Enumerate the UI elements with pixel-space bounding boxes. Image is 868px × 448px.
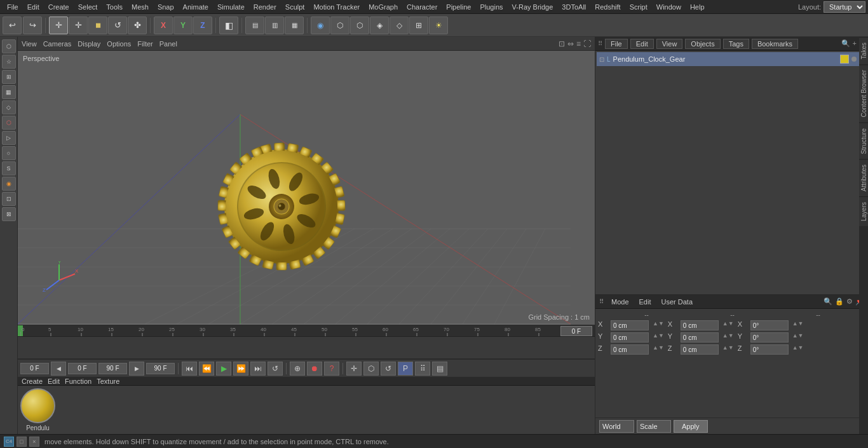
redo-button[interactable]: ↪ bbox=[23, 17, 42, 34]
deformer-button[interactable]: ◇ bbox=[390, 17, 409, 34]
attrs-userdata-tab[interactable]: User Data bbox=[659, 297, 696, 307]
object-visibility-dot1[interactable] bbox=[851, 57, 857, 62]
menu-character[interactable]: Character bbox=[402, 2, 442, 12]
menu-select[interactable]: Select bbox=[74, 2, 102, 12]
sidebar-btn-7[interactable]: ▷ bbox=[2, 131, 16, 145]
x3-arrow[interactable]: ▲▼ bbox=[792, 320, 804, 330]
menu-3dtoall[interactable]: 3DToAll bbox=[557, 2, 590, 12]
menu-file[interactable]: File bbox=[3, 2, 23, 12]
next-arrow-button[interactable]: ▶ bbox=[129, 362, 144, 376]
menu-motion-tracker[interactable]: Motion Tracker bbox=[309, 2, 364, 12]
vp-view-menu[interactable]: View bbox=[22, 40, 37, 48]
menu-vray-bridge[interactable]: V-Ray Bridge bbox=[508, 2, 558, 12]
apply-button[interactable]: Apply bbox=[674, 420, 708, 433]
play-button[interactable]: ▶ bbox=[216, 362, 231, 376]
menu-simulate[interactable]: Simulate bbox=[213, 2, 249, 12]
menu-script[interactable]: Script bbox=[625, 2, 652, 12]
render-timeline-button[interactable]: ▤ bbox=[432, 362, 447, 376]
vp-panel-menu[interactable]: Panel bbox=[159, 40, 177, 48]
prev-arrow-button[interactable]: ◀ bbox=[51, 362, 66, 376]
poly-mode-button[interactable]: ⬡ bbox=[330, 17, 349, 34]
menu-window[interactable]: Window bbox=[652, 2, 686, 12]
sidebar-btn-11[interactable]: ⊡ bbox=[2, 192, 16, 206]
render-region-button[interactable]: ▤ bbox=[245, 17, 264, 34]
status-icon-1[interactable]: C4 bbox=[4, 437, 14, 447]
obj-edit-tab[interactable]: Edit bbox=[630, 39, 654, 49]
timeline-track[interactable] bbox=[18, 337, 595, 359]
mat-function-tab[interactable]: Function bbox=[65, 377, 92, 385]
move-keys-button[interactable]: ✛ bbox=[346, 362, 362, 376]
transform-tool-button[interactable]: ✤ bbox=[128, 17, 147, 34]
menu-pipeline[interactable]: Pipeline bbox=[442, 2, 475, 12]
jump-start-button[interactable]: ⏮ bbox=[182, 362, 197, 376]
rotate-keys-button[interactable]: ↺ bbox=[381, 362, 396, 376]
auto-key-button[interactable]: ? bbox=[324, 362, 339, 376]
undo-button[interactable]: ↩ bbox=[3, 17, 22, 34]
world-select[interactable]: World bbox=[599, 420, 634, 433]
attrs-search-icon[interactable]: 🔍 bbox=[824, 297, 832, 306]
obj-plus-icon[interactable]: + bbox=[853, 39, 857, 48]
mat-create-tab[interactable]: Create bbox=[22, 377, 43, 385]
vp-maximize-icon[interactable]: ⊡ bbox=[559, 39, 565, 48]
menu-mesh[interactable]: Mesh bbox=[127, 2, 153, 12]
sidebar-btn-4[interactable]: ▦ bbox=[2, 85, 16, 99]
menu-render[interactable]: Render bbox=[249, 2, 281, 12]
x2-arrow[interactable]: ▲▼ bbox=[722, 320, 734, 330]
y1-input[interactable] bbox=[611, 332, 649, 343]
menu-redshift[interactable]: Redshift bbox=[590, 2, 625, 12]
vtab-layers[interactable]: Layers bbox=[859, 196, 868, 226]
record-button[interactable]: ⏺ bbox=[307, 362, 322, 376]
attrs-mode-tab[interactable]: Mode bbox=[609, 297, 632, 307]
obj-tags-tab[interactable]: Tags bbox=[723, 39, 749, 49]
z1-input[interactable] bbox=[611, 344, 649, 355]
sidebar-btn-8[interactable]: ○ bbox=[2, 146, 16, 160]
x2-input[interactable] bbox=[681, 320, 719, 330]
object-mode-button[interactable]: ◉ bbox=[311, 17, 330, 34]
sidebar-btn-2[interactable]: ☆ bbox=[2, 55, 16, 69]
axis-y-button[interactable]: Y bbox=[173, 17, 193, 34]
attrs-settings-icon[interactable]: ⚙ bbox=[846, 297, 853, 306]
camera-button[interactable]: ⊞ bbox=[409, 17, 428, 34]
sidebar-btn-12[interactable]: ⊠ bbox=[2, 207, 16, 221]
sidebar-btn-1[interactable]: ⬡ bbox=[2, 39, 16, 53]
y3-input[interactable] bbox=[750, 332, 789, 343]
y2-input[interactable] bbox=[681, 332, 719, 343]
scale-tool-button[interactable]: ◼ bbox=[88, 17, 107, 34]
status-icon-3[interactable]: × bbox=[29, 437, 39, 447]
y3-arrow[interactable]: ▲▼ bbox=[792, 332, 804, 343]
end-frame-input2[interactable] bbox=[98, 363, 127, 374]
vp-filter-menu[interactable]: Filter bbox=[137, 40, 153, 48]
z2-arrow[interactable]: ▲▼ bbox=[722, 344, 734, 355]
vp-cameras-menu[interactable]: Cameras bbox=[43, 40, 72, 48]
end-frame-input1[interactable] bbox=[68, 363, 97, 374]
p-mode-button[interactable]: P bbox=[398, 362, 413, 376]
obj-view-tab[interactable]: View bbox=[656, 39, 683, 49]
vp-arrows-icon[interactable]: ⇔ bbox=[567, 39, 574, 48]
mat-texture-tab[interactable]: Texture bbox=[97, 377, 119, 385]
x1-arrow[interactable]: ▲▼ bbox=[653, 320, 664, 330]
z3-arrow[interactable]: ▲▼ bbox=[792, 344, 804, 355]
sidebar-btn-10[interactable]: ◉ bbox=[2, 177, 16, 191]
vtab-takes[interactable]: Takes bbox=[859, 37, 868, 64]
menu-sculpt[interactable]: Sculpt bbox=[281, 2, 309, 12]
object-color-swatch[interactable] bbox=[840, 55, 849, 64]
attrs-edit-tab[interactable]: Edit bbox=[637, 297, 654, 307]
menu-edit[interactable]: Edit bbox=[23, 2, 44, 12]
attrs-lock-icon[interactable]: 🔒 bbox=[835, 297, 844, 306]
menu-animate[interactable]: Animate bbox=[179, 2, 213, 12]
menu-create[interactable]: Create bbox=[44, 2, 74, 12]
viewport-canvas[interactable]: X Y Z Perspective Grid Spacing : 1 cm bbox=[18, 51, 595, 325]
step-back-button[interactable]: ⏪ bbox=[199, 362, 214, 376]
obj-file-tab[interactable]: File bbox=[605, 39, 628, 49]
render-all-button[interactable]: ▦ bbox=[285, 17, 304, 34]
menu-snap[interactable]: Snap bbox=[153, 2, 179, 12]
menu-tools[interactable]: Tools bbox=[102, 2, 127, 12]
keyframe-dots-button[interactable]: ⠿ bbox=[415, 362, 430, 376]
sidebar-btn-6[interactable]: ⬡ bbox=[2, 116, 16, 130]
scale-select[interactable]: Scale bbox=[637, 420, 671, 433]
obj-bookmarks-tab[interactable]: Bookmarks bbox=[752, 39, 798, 49]
vtab-structure[interactable]: Structure bbox=[859, 123, 868, 160]
menu-help[interactable]: Help bbox=[686, 2, 709, 12]
menu-mograph[interactable]: MoGraph bbox=[364, 2, 402, 12]
vp-display-menu[interactable]: Display bbox=[78, 40, 100, 48]
